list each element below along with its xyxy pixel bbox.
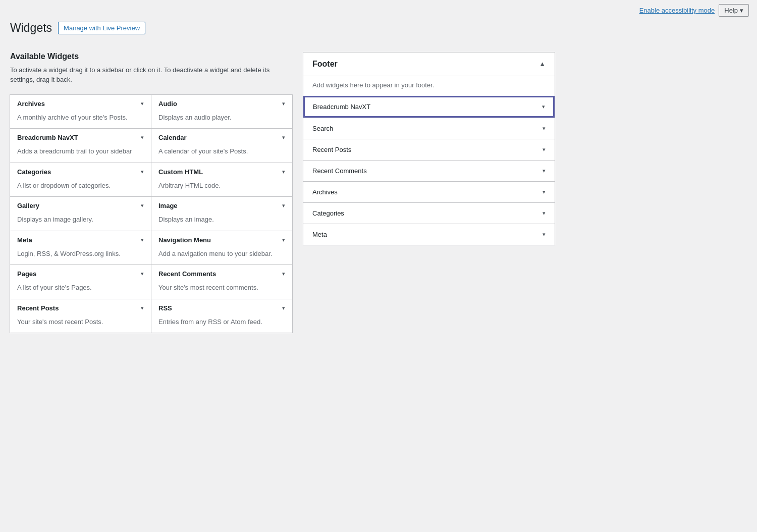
footer-widget-item[interactable]: Meta ▾ [303, 224, 555, 245]
widget-chevron-icon: ▾ [141, 237, 144, 243]
widget-chevron-icon: ▾ [141, 100, 144, 107]
widget-header[interactable]: Gallery ▾ [10, 197, 151, 215]
widget-item[interactable]: Calendar ▾ A calendar of your site's Pos… [151, 128, 293, 163]
widget-item[interactable]: Image ▾ Displays an image. [151, 196, 293, 231]
widget-desc: Login, RSS, & WordPress.org links. [10, 249, 151, 265]
widget-chevron-icon: ▾ [141, 169, 144, 175]
widget-header[interactable]: Calendar ▾ [151, 129, 292, 146]
widget-header[interactable]: Audio ▾ [151, 95, 292, 113]
available-widgets-title: Available Widgets [10, 52, 293, 61]
widget-name: Gallery [17, 202, 39, 209]
widget-header[interactable]: Pages ▾ [10, 265, 151, 283]
footer-widget-name: Search [312, 125, 333, 132]
help-button[interactable]: Help ▾ [719, 4, 749, 17]
footer-collapse-button[interactable]: ▲ [539, 60, 546, 68]
widget-desc: Displays an audio player. [151, 113, 292, 129]
widget-desc: Arbitrary HTML code. [151, 181, 292, 197]
widget-item[interactable]: RSS ▾ Entries from any RSS or Atom feed. [151, 299, 293, 334]
widget-header[interactable]: Meta ▾ [10, 231, 151, 249]
footer-widget-header[interactable]: Meta ▾ [303, 224, 555, 245]
widget-item[interactable]: Custom HTML ▾ Arbitrary HTML code. [151, 163, 293, 197]
footer-widget-header[interactable]: Breadcrumb NavXT ▾ [305, 97, 553, 116]
top-bar: Enable accessibility mode Help ▾ [0, 0, 757, 21]
widget-item[interactable]: Recent Comments ▾ Your site's most recen… [151, 264, 293, 299]
footer-widget-item[interactable]: Archives ▾ [303, 181, 555, 202]
footer-widget-chevron-icon: ▾ [543, 189, 546, 195]
footer-widget-header[interactable]: Search ▾ [303, 118, 555, 139]
widget-item[interactable]: Audio ▾ Displays an audio player. [151, 94, 293, 129]
widget-item[interactable]: Navigation Menu ▾ Add a navigation menu … [151, 231, 293, 265]
footer-widget-item[interactable]: Search ▾ [303, 118, 555, 139]
footer-widget-chevron-icon: ▾ [543, 125, 546, 132]
footer-widget-chevron-icon: ▾ [543, 146, 546, 153]
footer-widget-header[interactable]: Categories ▾ [303, 203, 555, 224]
widget-chevron-icon: ▾ [282, 271, 285, 277]
widget-header[interactable]: RSS ▾ [151, 299, 292, 317]
help-chevron: ▾ [740, 7, 743, 14]
footer-widget-chevron-icon: ▾ [543, 210, 546, 217]
widget-desc: Add a navigation menu to your sidebar. [151, 249, 292, 265]
footer-widget-name: Recent Posts [312, 146, 351, 153]
widget-chevron-icon: ▾ [282, 305, 285, 311]
widget-header[interactable]: Custom HTML ▾ [151, 163, 292, 181]
footer-panel: Footer ▲ Add widgets here to appear in y… [303, 52, 555, 245]
left-panel: Available Widgets To activate a widget d… [10, 52, 293, 334]
widget-item[interactable]: Pages ▾ A list of your site's Pages. [10, 264, 151, 299]
widget-item[interactable]: Categories ▾ A list or dropdown of categ… [10, 163, 151, 197]
widget-name: Categories [17, 168, 51, 176]
footer-widget-item[interactable]: Breadcrumb NavXT ▾ [303, 96, 555, 118]
widget-desc: A list of your site's Pages. [10, 283, 151, 299]
footer-header: Footer ▲ [303, 52, 555, 76]
widget-chevron-icon: ▾ [141, 305, 144, 311]
widget-header[interactable]: Categories ▾ [10, 163, 151, 181]
widget-header[interactable]: Recent Posts ▾ [10, 299, 151, 317]
widget-chevron-icon: ▾ [282, 202, 285, 209]
widget-header[interactable]: Breadcrumb NavXT ▾ [10, 129, 151, 146]
widget-desc: Your site's most recent Posts. [10, 317, 151, 333]
widget-item[interactable]: Archives ▾ A monthly archive of your sit… [10, 94, 151, 129]
widget-item[interactable]: Meta ▾ Login, RSS, & WordPress.org links… [10, 231, 151, 265]
widget-name: Pages [17, 270, 36, 278]
footer-widget-chevron-icon: ▾ [543, 231, 546, 238]
manage-preview-button[interactable]: Manage with Live Preview [58, 22, 145, 34]
page-header: Widgets Manage with Live Preview [0, 21, 757, 44]
widget-chevron-icon: ▾ [282, 134, 285, 141]
footer-title: Footer [312, 60, 338, 69]
widget-chevron-icon: ▾ [282, 100, 285, 107]
footer-widget-chevron-icon: ▾ [543, 168, 546, 174]
widget-header[interactable]: Image ▾ [151, 197, 292, 215]
widget-name: Audio [158, 100, 177, 108]
footer-subtitle: Add widgets here to appear in your foote… [303, 76, 555, 96]
widget-chevron-icon: ▾ [141, 202, 144, 209]
widget-name: Custom HTML [158, 168, 203, 176]
footer-widget-name: Meta [312, 231, 327, 238]
widget-desc: Displays an image gallery. [10, 215, 151, 231]
right-panel: Footer ▲ Add widgets here to appear in y… [303, 52, 555, 334]
widget-chevron-icon: ▾ [141, 134, 144, 141]
widget-desc: A list or dropdown of categories. [10, 181, 151, 197]
widget-header[interactable]: Archives ▾ [10, 95, 151, 113]
footer-widget-item[interactable]: Recent Comments ▾ [303, 160, 555, 181]
widget-name: Recent Comments [158, 270, 216, 278]
footer-widget-name: Recent Comments [312, 167, 367, 175]
footer-widget-name: Archives [312, 188, 338, 196]
footer-widget-header[interactable]: Recent Posts ▾ [303, 139, 555, 160]
footer-widgets-list: Breadcrumb NavXT ▾ Search ▾ Recent Posts… [303, 96, 555, 245]
widget-name: RSS [158, 304, 172, 312]
footer-widget-chevron-icon: ▾ [542, 103, 545, 110]
widget-name: Meta [17, 236, 32, 244]
footer-widget-item[interactable]: Categories ▾ [303, 202, 555, 224]
widget-desc: A calendar of your site's Posts. [151, 146, 292, 163]
footer-widget-header[interactable]: Archives ▾ [303, 182, 555, 202]
widget-header[interactable]: Navigation Menu ▾ [151, 231, 292, 249]
widgets-grid: Archives ▾ A monthly archive of your sit… [10, 95, 293, 334]
footer-widget-header[interactable]: Recent Comments ▾ [303, 161, 555, 181]
widget-name: Archives [17, 100, 45, 108]
widget-header[interactable]: Recent Comments ▾ [151, 265, 292, 283]
enable-accessibility-button[interactable]: Enable accessibility mode [639, 7, 715, 14]
widget-item[interactable]: Breadcrumb NavXT ▾ Adds a breadcrumb tra… [10, 128, 151, 163]
widget-item[interactable]: Recent Posts ▾ Your site's most recent P… [10, 299, 151, 334]
widget-item[interactable]: Gallery ▾ Displays an image gallery. [10, 196, 151, 231]
footer-widget-item[interactable]: Recent Posts ▾ [303, 139, 555, 160]
widget-desc: A monthly archive of your site's Posts. [10, 113, 151, 129]
